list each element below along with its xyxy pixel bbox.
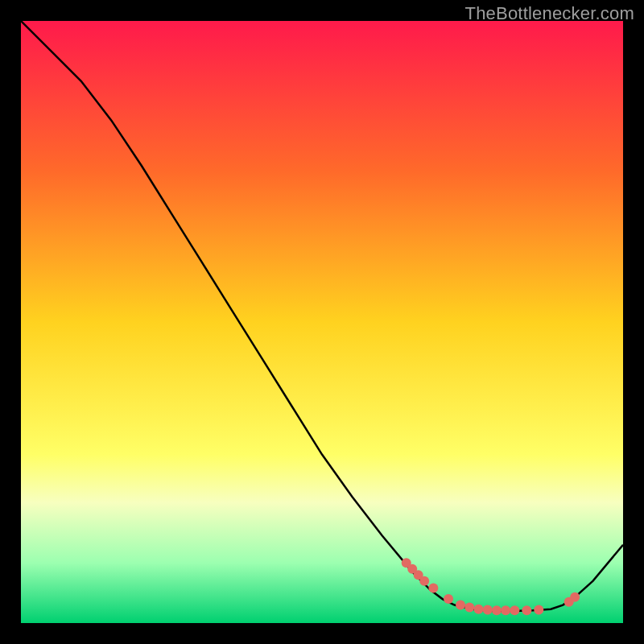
marker-dot (473, 605, 483, 614)
marker-dot (428, 584, 438, 593)
gradient-background (21, 21, 623, 623)
watermark-text: TheBottlenecker.com (465, 3, 634, 24)
chart-frame: TheBottlenecker.com (0, 0, 644, 644)
marker-dot (570, 592, 580, 602)
marker-dot (534, 605, 543, 615)
marker-dot (419, 576, 429, 586)
marker-dot (456, 601, 465, 610)
marker-dot (510, 605, 519, 615)
marker-dot (522, 605, 531, 615)
marker-dot (464, 603, 474, 613)
marker-dot (483, 605, 493, 615)
marker-dot (492, 605, 502, 615)
marker-dot (444, 594, 453, 604)
marker-dot (501, 605, 510, 615)
bottleneck-chart (21, 21, 623, 623)
